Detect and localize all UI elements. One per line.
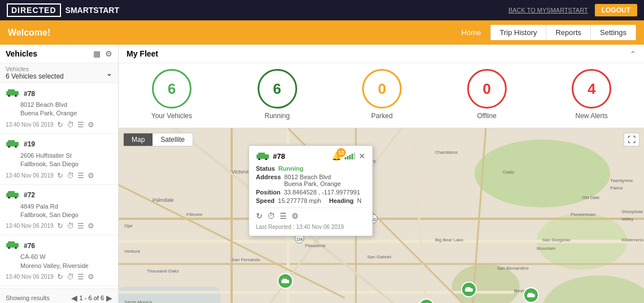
nav-home[interactable]: Home — [452, 25, 491, 40]
vehicle-list-icon[interactable]: ☰ — [77, 120, 84, 129]
popup-close-button[interactable]: ✕ — [359, 152, 365, 161]
popup-address-row: Address 8012 Beach Blvd Buena Park, Oran… — [256, 174, 365, 187]
svg-text:134: 134 — [296, 237, 303, 241]
fleet-stat-item: 6 Your Vehicles — [151, 69, 192, 120]
popup-vehicle-number: #78 — [273, 152, 285, 161]
vehicle-timestamp: 13:40 Nov 06 2019 — [6, 122, 54, 128]
vehicle-refresh-icon[interactable]: ↻ — [57, 171, 63, 180]
vehicle-settings-icon[interactable]: ⚙ — [88, 171, 94, 180]
popup-position-label: Position — [256, 189, 280, 196]
vehicle-settings-icon[interactable]: ⚙ — [88, 120, 94, 129]
vehicle-list-icon[interactable]: ☰ — [77, 272, 84, 281]
vehicle-timestamp: 13:40 Nov 06 2019 — [6, 223, 54, 229]
filter-icon[interactable]: ▦ — [93, 49, 101, 58]
map-tab-satellite[interactable]: Satellite — [153, 133, 193, 146]
fleet-stats: 6 Your Vehicles 6 Running 0 Parked 0 Off… — [119, 63, 644, 128]
vehicle-list: #78 8012 Beach BlvdBuena Park, Orange 13… — [0, 83, 118, 288]
popup-header: #78 🔔 12 — [256, 152, 365, 161]
vehicle-clock-icon[interactable]: ⏱ — [67, 171, 74, 180]
svg-text:Big Bear Lake: Big Bear Lake — [435, 237, 464, 243]
vehicle-actions: 13:40 Nov 06 2019 ↻ ⏱ ☰ ⚙ — [6, 222, 112, 230]
nav-right-area: BACK TO MYSMARTSTART LOGOUT — [508, 4, 637, 16]
vehicle-list-icon[interactable]: ☰ — [77, 222, 84, 230]
main-layout: Vehicles ▦ ⚙ Vehicles 6 Vehicles selecte… — [0, 45, 644, 303]
back-to-mysmartstart-link[interactable]: BACK TO MYSMARTSTART — [508, 7, 588, 14]
vehicle-address: 8012 Beach BlvdBuena Park, Orange — [20, 101, 112, 118]
svg-text:San Gorgonio: San Gorgonio — [542, 237, 571, 243]
brand-area: DIRECTED SMARTSTART — [7, 3, 119, 17]
nav-reports[interactable]: Reports — [546, 25, 591, 40]
vehicle-refresh-icon[interactable]: ↻ — [57, 120, 63, 129]
svg-text:Valley: Valley — [621, 217, 633, 222]
next-page-button[interactable]: ▶ — [106, 293, 112, 302]
vehicle-timestamp: 13:40 Nov 06 2019 — [6, 274, 54, 280]
vehicle-actions: 13:40 Nov 06 2019 ↻ ⏱ ☰ ⚙ — [6, 120, 112, 129]
popup-position-row: Position 33.8464528 , -117.9977991 — [256, 189, 365, 196]
svg-rect-13 — [8, 241, 15, 245]
vehicle-popup: #78 🔔 12 — [249, 145, 373, 236]
vehicles-dropdown[interactable]: Vehicles 6 Vehicles selected ⌄ — [0, 63, 118, 83]
vehicle-item: #76 CA-60 WMoreno Valley, Riverside 13:4… — [0, 235, 118, 286]
stat-label: Parked — [371, 112, 393, 120]
map-svg: 134 210 Palmdale Victorville Amboy Chamb… — [119, 128, 644, 303]
vehicle-clock-icon[interactable]: ⏱ — [67, 120, 74, 129]
map-marker-78[interactable] — [277, 273, 293, 289]
logout-button[interactable]: LOGOUT — [595, 4, 637, 16]
svg-rect-97 — [466, 287, 471, 289]
map-tab-map[interactable]: Map — [124, 133, 153, 146]
stat-circle: 0 — [467, 69, 507, 109]
vehicle-actions: 13:40 Nov 06 2019 ↻ ⏱ ☰ ⚙ — [6, 171, 112, 180]
svg-text:Sheephole: Sheephole — [621, 209, 643, 214]
vehicle-item: #72 4849 Pala RdFallbrook, San Diego 13:… — [0, 185, 118, 236]
popup-clock-icon[interactable]: ⏱ — [267, 211, 275, 220]
vehicle-car-icon — [6, 138, 19, 150]
collapse-icon[interactable]: ⌃ — [630, 50, 636, 58]
vehicle-address: CA-60 WMoreno Valley, Riverside — [20, 253, 112, 270]
notification-badge: 12 — [337, 148, 346, 157]
vehicle-actions: 13:40 Nov 06 2019 ↻ ⏱ ☰ ⚙ — [6, 272, 112, 281]
settings-icon[interactable]: ⚙ — [105, 49, 112, 58]
right-content: My Fleet ⌃ 6 Your Vehicles 6 Running 0 P… — [119, 45, 644, 303]
vehicle-number: #72 — [24, 191, 35, 199]
nav-trip-history[interactable]: Trip History — [491, 25, 547, 40]
vehicle-settings-icon[interactable]: ⚙ — [88, 222, 94, 230]
signal-bars — [345, 153, 355, 159]
smartstart-text: SMARTSTART — [66, 6, 119, 15]
popup-address-value: 8012 Beach Blvd Buena Park, Orange — [284, 174, 341, 187]
map-fullscreen-button[interactable]: ⛶ — [624, 133, 639, 146]
popup-heading-label: Heading — [329, 197, 353, 204]
stat-label: Running — [264, 112, 290, 120]
vehicle-clock-icon[interactable]: ⏱ — [67, 222, 74, 230]
welcome-bar: Welcome! Home Trip History Reports Setti… — [0, 20, 644, 45]
popup-heading-value: N — [357, 197, 362, 204]
vehicle-list-icon[interactable]: ☰ — [77, 171, 84, 180]
fleet-stat-item: 0 Parked — [362, 69, 402, 120]
popup-refresh-icon[interactable]: ↻ — [256, 211, 263, 220]
vehicle-item: #19 2606 Huffstatler StFallbrook, San Di… — [0, 134, 118, 185]
vehicle-settings-icon[interactable]: ⚙ — [88, 272, 94, 281]
map-marker-72[interactable] — [461, 282, 477, 297]
vehicle-refresh-icon[interactable]: ↻ — [57, 222, 63, 230]
svg-text:Ventura: Ventura — [124, 249, 140, 254]
map-marker-76[interactable] — [523, 287, 539, 303]
svg-rect-5 — [8, 140, 15, 144]
svg-rect-105 — [258, 153, 265, 156]
svg-text:Ojai: Ojai — [124, 223, 132, 228]
vehicle-refresh-icon[interactable]: ↻ — [57, 272, 63, 281]
stat-label: Offline — [477, 112, 496, 120]
prev-page-button[interactable]: ◀ — [71, 293, 77, 302]
stat-circle: 4 — [572, 69, 611, 109]
svg-text:Twentynine: Twentynine — [610, 178, 633, 183]
sidebar-header: Vehicles ▦ ⚙ — [0, 45, 118, 63]
popup-gear-icon[interactable]: ⚙ — [291, 211, 299, 220]
vehicle-clock-icon[interactable]: ⏱ — [67, 272, 74, 281]
popup-vehicle-icon — [256, 152, 269, 160]
sidebar-footer: Showing results ◀ 1 - 6 of 6 ▶ — [0, 288, 118, 303]
svg-text:Cadiz: Cadiz — [503, 170, 514, 175]
nav-settings[interactable]: Settings — [591, 25, 636, 40]
popup-status-label: Status — [256, 165, 275, 172]
popup-list-icon[interactable]: ☰ — [280, 211, 287, 220]
vehicle-car-icon — [6, 240, 19, 252]
stat-label: New Alerts — [575, 112, 607, 120]
map-background: 134 210 Palmdale Victorville Amboy Chamb… — [119, 128, 644, 303]
